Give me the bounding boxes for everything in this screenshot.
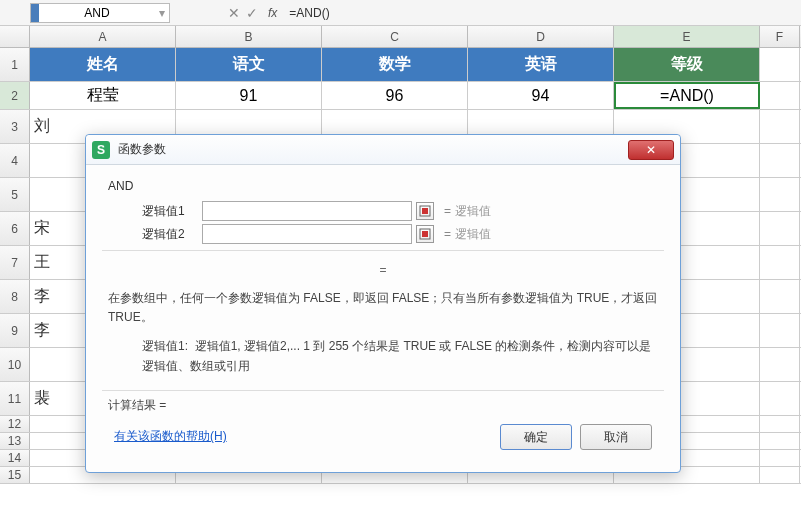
argument-label: 逻辑值1 (142, 203, 202, 220)
cell[interactable] (760, 314, 800, 347)
dialog-footer: 有关该函数的帮助(H) 确定 取消 (102, 420, 664, 462)
row-header[interactable]: 15 (0, 467, 30, 483)
argument-input[interactable] (202, 224, 412, 244)
row-header[interactable]: 10 (0, 348, 30, 381)
active-cell[interactable]: =AND() (614, 82, 760, 109)
argument-row: 逻辑值2 = 逻辑值 (142, 224, 664, 244)
argument-label: 逻辑值2 (142, 226, 202, 243)
header-cell[interactable]: 姓名 (30, 48, 176, 81)
dialog-titlebar[interactable]: S 函数参数 ✕ (86, 135, 680, 165)
range-selector-icon[interactable] (416, 225, 434, 243)
row-header[interactable]: 14 (0, 450, 30, 466)
cell[interactable] (760, 246, 800, 279)
row-header[interactable]: 13 (0, 433, 30, 449)
header-cell[interactable]: 语文 (176, 48, 322, 81)
column-header[interactable]: F (760, 26, 800, 47)
row-header[interactable]: 9 (0, 314, 30, 347)
formula-controls: ✕ ✓ fx =AND() (228, 5, 330, 21)
cell[interactable] (760, 433, 800, 449)
row-header[interactable]: 5 (0, 178, 30, 211)
range-selector-icon[interactable] (416, 202, 434, 220)
dialog-title: 函数参数 (118, 141, 166, 158)
divider (102, 390, 664, 391)
name-box-value: AND (39, 4, 155, 22)
cell[interactable] (760, 280, 800, 313)
table-row: 1 姓名 语文 数学 英语 等级 (0, 48, 801, 82)
close-button[interactable]: ✕ (628, 140, 674, 160)
function-description: 在参数组中，任何一个参数逻辑值为 FALSE，即返回 FALSE；只有当所有参数… (108, 289, 658, 327)
cell[interactable] (760, 382, 800, 415)
svg-rect-3 (422, 231, 428, 237)
argument-input[interactable] (202, 201, 412, 221)
argument-row: 逻辑值1 = 逻辑值 (142, 201, 664, 221)
column-header[interactable]: A (30, 26, 176, 47)
name-box-indicator (31, 4, 39, 22)
app-icon: S (92, 141, 110, 159)
argument-description: 逻辑值1: 逻辑值1, 逻辑值2,... 1 到 255 个结果是 TRUE 或… (142, 337, 658, 375)
cell[interactable]: 91 (176, 82, 322, 109)
cell[interactable]: 94 (468, 82, 614, 109)
argument-preview: 逻辑值 (455, 203, 491, 220)
ok-button[interactable]: 确定 (500, 424, 572, 450)
header-cell[interactable]: 数学 (322, 48, 468, 81)
column-header[interactable]: E (614, 26, 760, 47)
formula-input[interactable]: =AND() (289, 6, 329, 20)
column-headers: A B C D E F (0, 26, 801, 48)
row-header[interactable]: 3 (0, 110, 30, 143)
confirm-formula-icon[interactable]: ✓ (246, 5, 258, 21)
fx-icon[interactable]: fx (268, 6, 277, 20)
cell[interactable] (760, 144, 800, 177)
arg-desc-label: 逻辑值1: (142, 339, 188, 353)
dialog-body: AND 逻辑值1 = 逻辑值 逻辑值2 = 逻辑值 = 在参数组中，任何一个参数… (86, 165, 680, 472)
cell[interactable] (760, 82, 800, 109)
equals-label: = (444, 204, 451, 218)
row-header[interactable]: 11 (0, 382, 30, 415)
row-header[interactable]: 6 (0, 212, 30, 245)
function-name: AND (108, 179, 664, 193)
svg-rect-1 (422, 208, 428, 214)
column-header[interactable]: B (176, 26, 322, 47)
cell[interactable]: 96 (322, 82, 468, 109)
name-box[interactable]: AND ▾ (30, 3, 170, 23)
function-arguments-dialog: S 函数参数 ✕ AND 逻辑值1 = 逻辑值 逻辑值2 = 逻辑值 = 在参数… (85, 134, 681, 473)
help-link[interactable]: 有关该函数的帮助(H) (114, 428, 227, 445)
cell[interactable]: 程莹 (30, 82, 176, 109)
header-cell[interactable]: 英语 (468, 48, 614, 81)
row-header[interactable]: 2 (0, 82, 30, 109)
cell[interactable] (760, 450, 800, 466)
cell[interactable] (760, 467, 800, 483)
row-header[interactable]: 12 (0, 416, 30, 432)
chevron-down-icon[interactable]: ▾ (155, 6, 169, 20)
divider (102, 250, 664, 251)
row-header[interactable]: 1 (0, 48, 30, 81)
arg-desc-text: 逻辑值1, 逻辑值2,... 1 到 255 个结果是 TRUE 或 FALSE… (142, 339, 651, 372)
cell[interactable] (760, 348, 800, 381)
cancel-formula-icon[interactable]: ✕ (228, 5, 240, 21)
row-header[interactable]: 4 (0, 144, 30, 177)
column-header[interactable]: D (468, 26, 614, 47)
formula-bar: AND ▾ ✕ ✓ fx =AND() (0, 0, 801, 26)
row-header[interactable]: 7 (0, 246, 30, 279)
column-header[interactable]: C (322, 26, 468, 47)
cell[interactable] (760, 178, 800, 211)
cancel-button[interactable]: 取消 (580, 424, 652, 450)
select-all-corner[interactable] (0, 26, 30, 47)
cell[interactable] (760, 212, 800, 245)
row-header[interactable]: 8 (0, 280, 30, 313)
cell[interactable] (760, 48, 800, 81)
calculation-result: 计算结果 = (108, 397, 658, 414)
argument-preview: 逻辑值 (455, 226, 491, 243)
header-cell[interactable]: 等级 (614, 48, 760, 81)
result-equals: = (102, 263, 664, 277)
cell[interactable] (760, 416, 800, 432)
table-row: 2 程莹 91 96 94 =AND() (0, 82, 801, 110)
equals-label: = (444, 227, 451, 241)
cell[interactable] (760, 110, 800, 143)
